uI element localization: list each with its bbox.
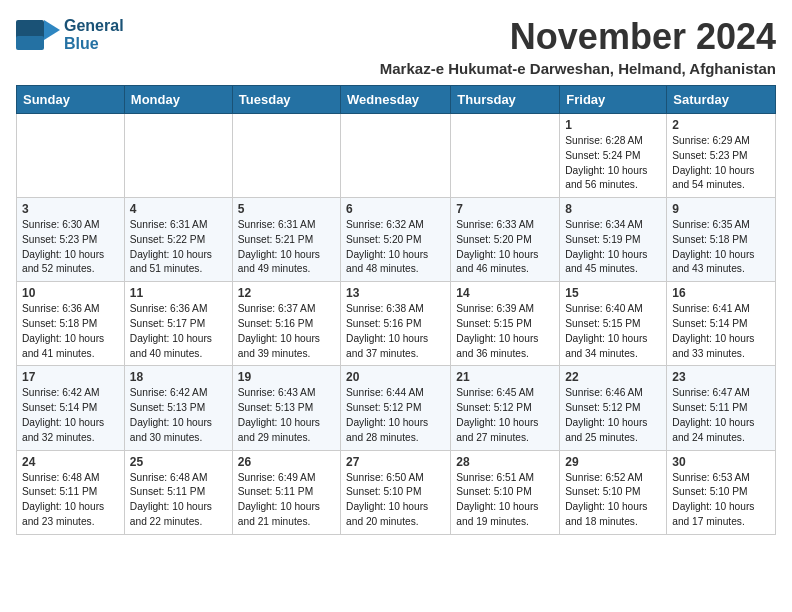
day-number: 20 (346, 370, 445, 384)
calendar-week-row: 24Sunrise: 6:48 AM Sunset: 5:11 PM Dayli… (17, 450, 776, 534)
day-number: 26 (238, 455, 335, 469)
day-info: Sunrise: 6:48 AM Sunset: 5:11 PM Dayligh… (22, 471, 119, 530)
calendar-day-cell: 18Sunrise: 6:42 AM Sunset: 5:13 PM Dayli… (124, 366, 232, 450)
calendar-day-cell: 22Sunrise: 6:46 AM Sunset: 5:12 PM Dayli… (560, 366, 667, 450)
day-info: Sunrise: 6:44 AM Sunset: 5:12 PM Dayligh… (346, 386, 445, 445)
calendar-week-row: 17Sunrise: 6:42 AM Sunset: 5:14 PM Dayli… (17, 366, 776, 450)
day-number: 3 (22, 202, 119, 216)
calendar-day-cell: 14Sunrise: 6:39 AM Sunset: 5:15 PM Dayli… (451, 282, 560, 366)
day-number: 13 (346, 286, 445, 300)
day-info: Sunrise: 6:31 AM Sunset: 5:21 PM Dayligh… (238, 218, 335, 277)
calendar-header-row: SundayMondayTuesdayWednesdayThursdayFrid… (17, 86, 776, 114)
calendar-day-cell: 10Sunrise: 6:36 AM Sunset: 5:18 PM Dayli… (17, 282, 125, 366)
calendar-day-cell: 17Sunrise: 6:42 AM Sunset: 5:14 PM Dayli… (17, 366, 125, 450)
logo-line2: Blue (64, 35, 124, 53)
day-info: Sunrise: 6:46 AM Sunset: 5:12 PM Dayligh… (565, 386, 661, 445)
day-number: 25 (130, 455, 227, 469)
calendar-week-row: 10Sunrise: 6:36 AM Sunset: 5:18 PM Dayli… (17, 282, 776, 366)
calendar-day-cell: 30Sunrise: 6:53 AM Sunset: 5:10 PM Dayli… (667, 450, 776, 534)
day-info: Sunrise: 6:28 AM Sunset: 5:24 PM Dayligh… (565, 134, 661, 193)
day-number: 14 (456, 286, 554, 300)
day-number: 16 (672, 286, 770, 300)
calendar-day-cell: 3Sunrise: 6:30 AM Sunset: 5:23 PM Daylig… (17, 198, 125, 282)
calendar-day-cell: 24Sunrise: 6:48 AM Sunset: 5:11 PM Dayli… (17, 450, 125, 534)
day-number: 4 (130, 202, 227, 216)
day-number: 1 (565, 118, 661, 132)
weekday-header: Friday (560, 86, 667, 114)
calendar-day-cell: 28Sunrise: 6:51 AM Sunset: 5:10 PM Dayli… (451, 450, 560, 534)
day-number: 22 (565, 370, 661, 384)
month-title: November 2024 (380, 16, 776, 58)
weekday-header: Saturday (667, 86, 776, 114)
day-info: Sunrise: 6:31 AM Sunset: 5:22 PM Dayligh… (130, 218, 227, 277)
day-number: 28 (456, 455, 554, 469)
day-number: 21 (456, 370, 554, 384)
day-number: 12 (238, 286, 335, 300)
calendar-day-cell: 29Sunrise: 6:52 AM Sunset: 5:10 PM Dayli… (560, 450, 667, 534)
day-number: 19 (238, 370, 335, 384)
day-info: Sunrise: 6:51 AM Sunset: 5:10 PM Dayligh… (456, 471, 554, 530)
calendar-day-cell: 1Sunrise: 6:28 AM Sunset: 5:24 PM Daylig… (560, 114, 667, 198)
day-number: 8 (565, 202, 661, 216)
calendar-week-row: 3Sunrise: 6:30 AM Sunset: 5:23 PM Daylig… (17, 198, 776, 282)
logo: General Blue (16, 16, 124, 54)
day-info: Sunrise: 6:40 AM Sunset: 5:15 PM Dayligh… (565, 302, 661, 361)
day-info: Sunrise: 6:43 AM Sunset: 5:13 PM Dayligh… (238, 386, 335, 445)
calendar-day-cell (232, 114, 340, 198)
calendar-day-cell: 4Sunrise: 6:31 AM Sunset: 5:22 PM Daylig… (124, 198, 232, 282)
day-info: Sunrise: 6:42 AM Sunset: 5:14 PM Dayligh… (22, 386, 119, 445)
day-info: Sunrise: 6:52 AM Sunset: 5:10 PM Dayligh… (565, 471, 661, 530)
day-number: 27 (346, 455, 445, 469)
calendar-day-cell: 6Sunrise: 6:32 AM Sunset: 5:20 PM Daylig… (341, 198, 451, 282)
calendar-day-cell: 2Sunrise: 6:29 AM Sunset: 5:23 PM Daylig… (667, 114, 776, 198)
day-info: Sunrise: 6:39 AM Sunset: 5:15 PM Dayligh… (456, 302, 554, 361)
calendar-day-cell: 11Sunrise: 6:36 AM Sunset: 5:17 PM Dayli… (124, 282, 232, 366)
weekday-header: Wednesday (341, 86, 451, 114)
calendar-day-cell: 15Sunrise: 6:40 AM Sunset: 5:15 PM Dayli… (560, 282, 667, 366)
day-info: Sunrise: 6:53 AM Sunset: 5:10 PM Dayligh… (672, 471, 770, 530)
calendar-day-cell: 19Sunrise: 6:43 AM Sunset: 5:13 PM Dayli… (232, 366, 340, 450)
day-number: 23 (672, 370, 770, 384)
logo-line1: General (64, 17, 124, 35)
calendar-day-cell: 26Sunrise: 6:49 AM Sunset: 5:11 PM Dayli… (232, 450, 340, 534)
calendar-day-cell: 8Sunrise: 6:34 AM Sunset: 5:19 PM Daylig… (560, 198, 667, 282)
day-info: Sunrise: 6:30 AM Sunset: 5:23 PM Dayligh… (22, 218, 119, 277)
day-number: 17 (22, 370, 119, 384)
svg-rect-1 (16, 36, 44, 50)
calendar-day-cell (341, 114, 451, 198)
day-info: Sunrise: 6:49 AM Sunset: 5:11 PM Dayligh… (238, 471, 335, 530)
calendar-day-cell: 21Sunrise: 6:45 AM Sunset: 5:12 PM Dayli… (451, 366, 560, 450)
weekday-header: Thursday (451, 86, 560, 114)
location-subtitle: Markaz-e Hukumat-e Darweshan, Helmand, A… (380, 60, 776, 77)
calendar-day-cell: 27Sunrise: 6:50 AM Sunset: 5:10 PM Dayli… (341, 450, 451, 534)
day-number: 10 (22, 286, 119, 300)
day-info: Sunrise: 6:37 AM Sunset: 5:16 PM Dayligh… (238, 302, 335, 361)
day-number: 30 (672, 455, 770, 469)
day-info: Sunrise: 6:34 AM Sunset: 5:19 PM Dayligh… (565, 218, 661, 277)
day-info: Sunrise: 6:42 AM Sunset: 5:13 PM Dayligh… (130, 386, 227, 445)
calendar-day-cell (451, 114, 560, 198)
day-info: Sunrise: 6:29 AM Sunset: 5:23 PM Dayligh… (672, 134, 770, 193)
calendar-day-cell: 25Sunrise: 6:48 AM Sunset: 5:11 PM Dayli… (124, 450, 232, 534)
calendar-day-cell: 16Sunrise: 6:41 AM Sunset: 5:14 PM Dayli… (667, 282, 776, 366)
title-block: November 2024 Markaz-e Hukumat-e Darwesh… (380, 16, 776, 77)
calendar-week-row: 1Sunrise: 6:28 AM Sunset: 5:24 PM Daylig… (17, 114, 776, 198)
day-number: 24 (22, 455, 119, 469)
day-number: 29 (565, 455, 661, 469)
day-number: 11 (130, 286, 227, 300)
calendar-day-cell: 23Sunrise: 6:47 AM Sunset: 5:11 PM Dayli… (667, 366, 776, 450)
calendar-day-cell: 13Sunrise: 6:38 AM Sunset: 5:16 PM Dayli… (341, 282, 451, 366)
day-info: Sunrise: 6:38 AM Sunset: 5:16 PM Dayligh… (346, 302, 445, 361)
day-info: Sunrise: 6:36 AM Sunset: 5:18 PM Dayligh… (22, 302, 119, 361)
day-info: Sunrise: 6:50 AM Sunset: 5:10 PM Dayligh… (346, 471, 445, 530)
weekday-header: Monday (124, 86, 232, 114)
day-info: Sunrise: 6:35 AM Sunset: 5:18 PM Dayligh… (672, 218, 770, 277)
calendar-day-cell: 5Sunrise: 6:31 AM Sunset: 5:21 PM Daylig… (232, 198, 340, 282)
day-info: Sunrise: 6:41 AM Sunset: 5:14 PM Dayligh… (672, 302, 770, 361)
day-number: 15 (565, 286, 661, 300)
calendar-day-cell: 7Sunrise: 6:33 AM Sunset: 5:20 PM Daylig… (451, 198, 560, 282)
weekday-header: Sunday (17, 86, 125, 114)
calendar-day-cell (17, 114, 125, 198)
page-header: General Blue November 2024 Markaz-e Huku… (16, 16, 776, 77)
calendar-day-cell (124, 114, 232, 198)
